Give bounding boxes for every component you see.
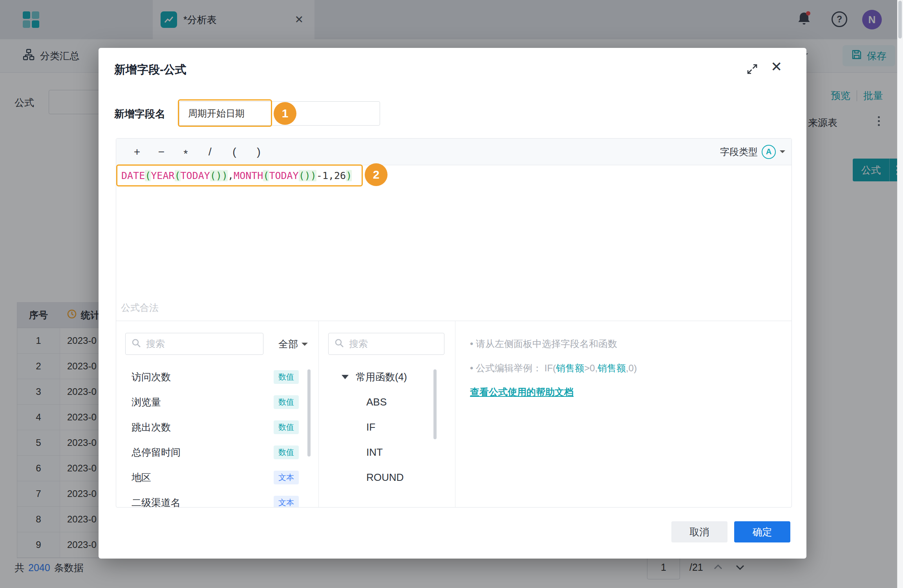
operator-open-paren-button[interactable]: ( xyxy=(225,146,243,158)
field-name: 二级渠道名 xyxy=(132,496,274,508)
filter-all-dropdown[interactable]: 全部 xyxy=(278,338,308,351)
confirm-button[interactable]: 确定 xyxy=(734,521,790,542)
screen: *分析表 ✕ ? N 分类汇总 xyxy=(0,0,903,588)
scrollbar-thumb[interactable] xyxy=(307,369,311,457)
formula-status: 公式合法 xyxy=(121,301,159,314)
field-type-tag: 文本 xyxy=(274,496,299,508)
new-field-formula-modal: 新增字段-公式 ✕ 新增字段名 1 + − * / ( ) 字段类型 A xyxy=(99,48,806,559)
function-item[interactable]: ROUND xyxy=(319,465,455,490)
modal-close-icon[interactable]: ✕ xyxy=(771,60,782,73)
formula-expression[interactable]: DATE ( YEAR ( TODAY ( ) ) , MONTH ( TODA… xyxy=(116,164,363,186)
formula-token: ) xyxy=(346,170,352,181)
field-type-tag: 数值 xyxy=(274,420,299,434)
cancel-button[interactable]: 取消 xyxy=(671,521,728,542)
formula-token: ) xyxy=(311,170,316,181)
field-name: 地区 xyxy=(132,471,274,484)
field-type-tag: 数值 xyxy=(274,446,299,459)
fields-search-box xyxy=(125,333,263,355)
field-list: 访问次数数值 浏览量数值 跳出次数数值 总停留时间数值 地区文本 二级渠道名文本 xyxy=(116,364,318,507)
help-tip-example: 公式编辑举例： IF(销售额>0,销售额,0) xyxy=(470,362,637,374)
chevron-down-icon xyxy=(302,343,308,349)
filter-all-label: 全部 xyxy=(278,338,298,351)
help-example-suffix: ,0) xyxy=(626,363,637,373)
field-item[interactable]: 浏览量数值 xyxy=(116,389,318,415)
formula-token: ) xyxy=(222,170,228,181)
formula-token: ( xyxy=(299,170,305,181)
formula-token: ( xyxy=(210,170,216,181)
help-example-field: 销售额 xyxy=(598,363,626,373)
caret-down-icon xyxy=(342,375,349,379)
field-item[interactable]: 总停留时间数值 xyxy=(116,440,318,465)
modal-title: 新增字段-公式 xyxy=(114,62,186,78)
fields-search-input[interactable] xyxy=(145,338,258,350)
formula-token: ) xyxy=(216,170,222,181)
operator-minus-button[interactable]: − xyxy=(152,146,170,158)
chevron-down-icon xyxy=(780,150,785,156)
field-item[interactable]: 地区文本 xyxy=(116,465,318,490)
help-example-mid: >0, xyxy=(584,363,598,373)
field-name: 跳出次数 xyxy=(132,421,274,434)
field-name: 浏览量 xyxy=(132,396,274,409)
annotation-badge-2: 2 xyxy=(365,163,388,186)
formula-token: ( xyxy=(145,170,151,181)
scrollbar xyxy=(897,0,903,588)
field-type-tag: 数值 xyxy=(274,395,299,409)
function-item[interactable]: INT xyxy=(319,440,455,465)
formula-token: ) xyxy=(305,170,311,181)
operator-multiply-button[interactable]: * xyxy=(177,148,195,160)
field-item[interactable]: 跳出次数数值 xyxy=(116,415,318,440)
formula-token: , xyxy=(228,170,234,181)
help-doc-link[interactable]: 查看公式使用的帮助文档 xyxy=(470,386,574,398)
scrollbar-thumb[interactable] xyxy=(898,1,902,38)
scrollbar-thumb[interactable] xyxy=(433,369,437,439)
help-example-field: 销售额 xyxy=(556,363,584,373)
field-type-tag: 文本 xyxy=(274,471,299,484)
functions-search-box xyxy=(328,333,444,355)
operator-plus-button[interactable]: + xyxy=(128,146,146,158)
picker-panel: 全部 访问次数数值 浏览量数值 跳出次数数值 总停留时间数值 地区文本 二级渠道… xyxy=(116,321,791,507)
formula-token: TODAY xyxy=(269,170,298,181)
field-name: 访问次数 xyxy=(132,371,274,383)
formula-token: YEAR xyxy=(151,170,174,181)
field-type-auto-icon: A xyxy=(762,145,776,159)
search-icon xyxy=(334,338,344,350)
help-example-prefix: 公式编辑举例： IF( xyxy=(476,363,556,373)
help-tip: 请从左侧面板中选择字段名和函数 xyxy=(470,338,617,350)
field-type-control[interactable]: 字段类型 A xyxy=(720,139,785,165)
formula-token: ( xyxy=(175,170,181,181)
operator-close-paren-button[interactable]: ) xyxy=(250,146,268,158)
formula-token: -1,26 xyxy=(316,170,346,181)
functions-column: 常用函数(4) ABS IF INT ROUND xyxy=(319,321,455,507)
modal-expand-icon[interactable] xyxy=(745,62,760,77)
field-type-tag: 数值 xyxy=(274,370,299,384)
formula-editor: + − * / ( ) 字段类型 A DATE ( YEAR ( TODAY ( xyxy=(116,138,792,508)
function-group-label: 常用函数(4) xyxy=(356,371,407,383)
operator-toolbar: + − * / ( ) 字段类型 A xyxy=(116,139,791,165)
functions-search-input[interactable] xyxy=(348,338,439,350)
annotation-badge-1: 1 xyxy=(274,102,296,125)
operator-divide-button[interactable]: / xyxy=(201,146,219,158)
formula-token: ( xyxy=(263,170,269,181)
formula-token: TODAY xyxy=(181,170,210,181)
field-name: 总停留时间 xyxy=(132,446,274,459)
field-type-label: 字段类型 xyxy=(720,146,758,158)
formula-token: MONTH xyxy=(234,170,263,181)
formula-token: DATE xyxy=(121,170,145,181)
fields-column: 全部 访问次数数值 浏览量数值 跳出次数数值 总停留时间数值 地区文本 二级渠道… xyxy=(116,321,319,507)
search-icon xyxy=(131,338,141,350)
field-item[interactable]: 二级渠道名文本 xyxy=(116,490,318,507)
help-column: 请从左侧面板中选择字段名和函数 公式编辑举例： IF(销售额>0,销售额,0) … xyxy=(455,321,791,507)
field-item[interactable]: 访问次数数值 xyxy=(116,364,318,389)
field-name-label: 新增字段名 xyxy=(114,107,165,121)
